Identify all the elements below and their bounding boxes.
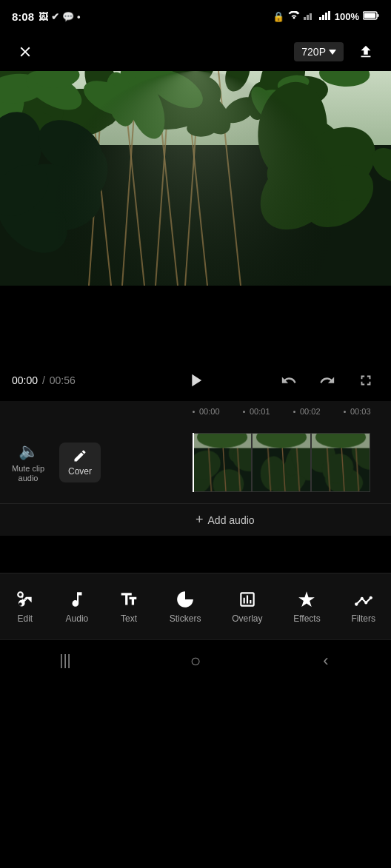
timeline-area: 00:00 00:01 00:02 00:03 00:0... 🔈 Mute c… <box>0 401 391 536</box>
playhead <box>193 433 194 492</box>
audio-label: Audio <box>66 613 89 624</box>
lock-icon: 🔒 <box>273 11 284 22</box>
tool-edit[interactable]: Edit <box>7 584 44 630</box>
svg-rect-5 <box>325 13 327 20</box>
track-thumbnails <box>193 433 391 492</box>
redo-button[interactable] <box>314 367 341 394</box>
ruler-mark-3: 00:03 <box>344 407 391 416</box>
tool-overlay[interactable]: Overlay <box>223 584 271 630</box>
tool-audio[interactable]: Audio <box>57 584 98 630</box>
nav-back[interactable]: ‹ <box>304 646 348 676</box>
bottom-toolbar: Edit Audio Text Stickers Overlay Effec <box>0 573 391 639</box>
add-audio-row: + Add audio <box>0 503 391 536</box>
stickers-icon <box>176 590 195 609</box>
mute-clip-button[interactable]: 🔈 Mute clipaudio <box>12 442 44 483</box>
status-time: 8:08 🖼 ✔ 💬 • <box>12 10 81 23</box>
add-audio-label: Add audio <box>208 514 255 526</box>
export-button[interactable] <box>352 38 379 65</box>
photo-icon: 🖼 <box>39 11 48 22</box>
video-canvas <box>0 71 391 286</box>
ruler-marks: 00:00 00:01 00:02 00:03 00:0... <box>193 407 391 416</box>
ruler-mark-2: 00:02 <box>293 407 344 416</box>
total-time: 00:56 <box>50 374 76 386</box>
svg-rect-9 <box>378 14 379 17</box>
video-preview <box>0 71 391 286</box>
tool-stickers[interactable]: Stickers <box>161 584 210 630</box>
top-bar: 720P <box>0 33 391 71</box>
mid-spacer <box>0 536 391 573</box>
svg-rect-1 <box>307 15 309 20</box>
thumb-2 <box>252 433 311 492</box>
battery-icon <box>363 11 379 22</box>
text-icon <box>119 590 138 609</box>
edit-label: Edit <box>18 613 33 624</box>
cover-button[interactable]: Cover <box>59 443 101 482</box>
edit-icon <box>16 590 35 609</box>
effects-label: Effects <box>293 613 320 624</box>
quality-button[interactable]: 720P <box>294 42 344 61</box>
undo-button[interactable] <box>275 367 302 394</box>
message-icon: 💬 <box>62 11 74 22</box>
status-icons: 🖼 ✔ 💬 • <box>39 11 81 22</box>
svg-rect-6 <box>328 11 330 20</box>
track-strip[interactable]: + <box>193 433 391 492</box>
current-time: 00:00 <box>12 374 38 386</box>
audio-icon <box>67 590 87 609</box>
tool-text[interactable]: Text <box>110 584 147 630</box>
time-display: 00:00 / 00:56 <box>12 374 179 386</box>
ruler-mark-0: 00:00 <box>193 407 243 416</box>
thumb-3 <box>311 433 370 492</box>
track-left-panel: 🔈 Mute clipaudio Cover <box>0 422 193 503</box>
wifi-icon <box>288 11 300 22</box>
top-right-controls: 720P <box>294 38 379 65</box>
spacer-below-video <box>0 286 391 360</box>
mute-icon: 🔈 <box>19 442 39 461</box>
filters-label: Filters <box>351 613 375 624</box>
thumb-1 <box>193 433 252 492</box>
battery-display: 100% <box>335 11 359 22</box>
overlay-label: Overlay <box>232 613 262 624</box>
svg-rect-3 <box>319 17 321 20</box>
svg-rect-2 <box>310 13 312 20</box>
overlay-icon <box>238 590 257 609</box>
svg-rect-0 <box>304 17 306 20</box>
home-icon: ○ <box>190 650 201 671</box>
back-icon: ‹ <box>323 651 328 670</box>
mute-label: Mute clipaudio <box>12 464 44 483</box>
cover-label: Cover <box>68 466 92 477</box>
check-icon: ✔ <box>51 11 59 22</box>
nav-bar: ||| ○ ‹ <box>0 639 391 681</box>
quality-label: 720P <box>301 46 326 58</box>
fullscreen-button[interactable] <box>352 367 379 394</box>
stickers-label: Stickers <box>170 613 201 624</box>
tool-filters[interactable]: Filters <box>342 584 384 630</box>
svg-rect-4 <box>322 15 324 20</box>
tool-effects[interactable]: Effects <box>284 584 329 630</box>
close-button[interactable] <box>12 38 39 65</box>
playback-controls: 00:00 / 00:56 <box>0 360 391 401</box>
signal-icon-2 <box>319 11 331 22</box>
add-audio-plus-icon: + <box>196 512 204 528</box>
status-indicators: 🔒 100% <box>273 11 379 22</box>
time-display: 8:08 <box>12 10 34 23</box>
filters-icon <box>354 590 373 609</box>
add-audio-button[interactable]: + Add audio <box>196 512 255 528</box>
text-label: Text <box>121 613 137 624</box>
playback-right-controls <box>212 367 379 394</box>
ruler-mark-1: 00:01 <box>243 407 293 416</box>
effects-icon <box>297 590 316 609</box>
cover-icon <box>73 448 87 463</box>
signal-icon <box>304 11 315 22</box>
svg-rect-8 <box>364 13 376 18</box>
recent-apps-icon: ||| <box>59 652 71 669</box>
timeline-ruler: 00:00 00:01 00:02 00:03 00:0... <box>0 401 391 422</box>
timeline-tracks: 🔈 Mute clipaudio Cover + <box>0 422 391 503</box>
nav-recent-apps[interactable]: ||| <box>43 646 87 676</box>
nav-home[interactable]: ○ <box>173 646 218 676</box>
status-bar: 8:08 🖼 ✔ 💬 • 🔒 <box>0 0 391 33</box>
play-button[interactable] <box>179 364 212 397</box>
dot-icon: • <box>77 11 81 22</box>
